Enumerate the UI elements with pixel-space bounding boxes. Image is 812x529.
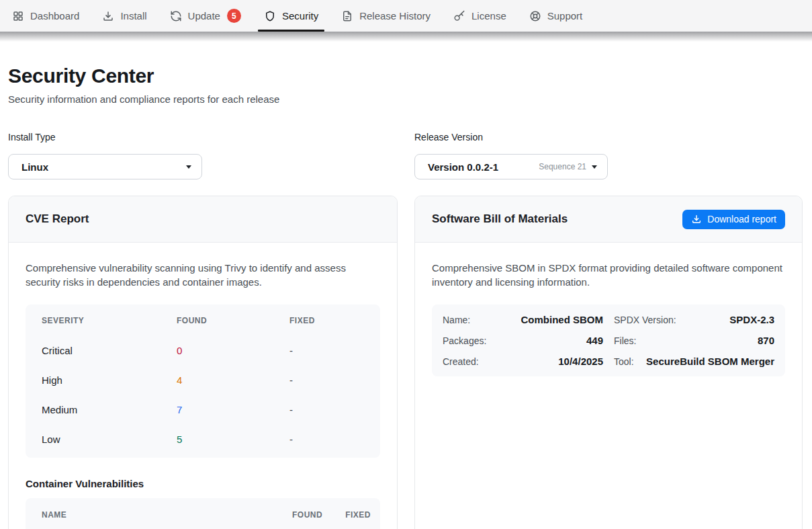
nav-label: Update [188,10,220,22]
download-report-button[interactable]: Download report [682,210,785,229]
sbom-detail-spdx-version: SPDX Version: SPDX-2.3 [614,314,774,325]
detail-value: Combined SBOM [477,314,603,325]
found-count: 4 [177,374,289,386]
cards-row: CVE Report Comprehensive vulnerability s… [8,196,804,529]
nav-label: Support [547,10,583,22]
sbom-detail-packages: Packages: 449 [443,335,603,346]
life-buoy-icon [529,10,541,22]
sbom-detail-created: Created: 10/4/2025 [443,356,603,367]
main-content: Security Center Security information and… [0,64,812,529]
install-type-value: Linux [21,161,48,173]
fixed-count: - [289,434,364,445]
install-type-label: Install Type [8,132,202,143]
detail-label: Files: [614,335,636,346]
sequence-badge: Sequence 21 [539,162,586,171]
col-severity: SEVERITY [42,316,177,325]
download-report-label: Download report [707,214,776,225]
sbom-detail-name: Name: Combined SBOM [443,314,603,325]
container-vulnerabilities-table-header: NAME FOUND FIXED [26,498,380,529]
detail-label: Name: [443,315,470,325]
found-count: 7 [177,404,289,415]
fixed-count: - [289,404,364,415]
top-nav: Dashboard Install Update 5 Security Rele… [0,0,812,32]
nav-item-license[interactable]: License [453,0,506,32]
table-row: High 4 - [26,365,380,395]
sbom-details-grid: Name: Combined SBOM SPDX Version: SPDX-2… [432,304,785,376]
nav-label: Release History [359,10,431,22]
cve-card-header: CVE Report [9,196,397,243]
update-count-badge: 5 [227,9,241,23]
detail-value: SecureBuild SBOM Merger [641,356,774,367]
install-type-group: Install Type Linux [8,132,202,179]
install-icon [102,10,114,22]
table-row: Medium 7 - [26,395,380,424]
fixed-count: - [289,345,364,356]
nav-label: License [471,10,506,22]
severity-label: Low [42,434,177,445]
col-fixed: FIXED [345,510,371,520]
release-version-label: Release Version [414,132,608,143]
container-vulnerabilities-title: Container Vulnerabilities [26,478,380,490]
fixed-count: - [289,374,364,386]
nav-item-dashboard[interactable]: Dashboard [12,0,79,32]
severity-table-header: SEVERITY FOUND FIXED [26,306,380,335]
found-count: 0 [177,345,289,356]
detail-label: Packages: [443,335,486,346]
detail-value: 870 [643,335,774,346]
detail-value: SPDX-2.3 [683,314,774,325]
install-type-select[interactable]: Linux [8,154,202,179]
detail-value: 449 [493,335,603,346]
cve-card-body: Comprehensive vulnerability scanning usi… [9,243,397,529]
sbom-card: Software Bill of Materials Download repo… [414,196,803,529]
table-row: Critical 0 - [26,335,380,365]
document-icon [341,10,353,22]
sbom-detail-tool: Tool: SecureBuild SBOM Merger [614,356,774,367]
nav-label: Install [120,10,146,22]
sbom-card-header: Software Bill of Materials Download repo… [415,196,802,243]
found-count: 5 [177,434,289,445]
release-version-select[interactable]: Version 0.0.2-1 Sequence 21 [414,154,608,179]
download-icon [691,214,702,225]
page-title: Security Center [8,64,804,87]
sbom-detail-files: Files: 870 [614,335,774,346]
filters-row: Install Type Linux Release Version Versi… [8,132,804,179]
col-found: FOUND [177,316,289,325]
severity-label: Medium [42,404,177,415]
chevron-down-icon [592,165,597,169]
nav-item-release-history[interactable]: Release History [341,0,431,32]
nav-item-install[interactable]: Install [102,0,146,32]
release-version-group: Release Version Version 0.0.2-1 Sequence… [414,132,608,179]
detail-label: Created: [443,356,479,367]
nav-label: Dashboard [30,10,79,22]
chevron-down-icon [186,165,191,169]
shield-icon [264,10,276,22]
nav-label: Security [282,10,318,22]
update-refresh-icon [170,10,182,22]
nav-item-security[interactable]: Security [264,0,318,32]
cve-description: Comprehensive vulnerability scanning usi… [26,261,380,289]
release-version-value: Version 0.0.2-1 [428,161,498,173]
sbom-card-body: Comprehensive SBOM in SPDX format provid… [415,243,802,395]
nav-item-support[interactable]: Support [529,0,583,32]
cve-report-card: CVE Report Comprehensive vulnerability s… [8,196,398,529]
detail-value: 10/4/2025 [486,356,603,367]
key-icon [453,10,465,22]
cve-card-title: CVE Report [26,212,89,226]
nav-item-update[interactable]: Update 5 [170,0,241,32]
col-fixed: FIXED [289,316,364,325]
sbom-description: Comprehensive SBOM in SPDX format provid… [432,261,785,289]
severity-label: Critical [42,345,177,356]
col-name: NAME [42,510,292,520]
nav-scroll-shadow [0,32,812,42]
sbom-card-title: Software Bill of Materials [432,212,568,226]
dashboard-icon [12,10,24,22]
severity-table: SEVERITY FOUND FIXED Critical 0 - High 4… [26,304,380,458]
severity-label: High [42,374,177,386]
detail-label: Tool: [614,356,634,367]
detail-label: SPDX Version: [614,315,676,325]
col-found: FOUND [292,510,322,520]
table-row: Low 5 - [26,424,380,454]
page-subtitle: Security information and compliance repo… [8,94,804,105]
